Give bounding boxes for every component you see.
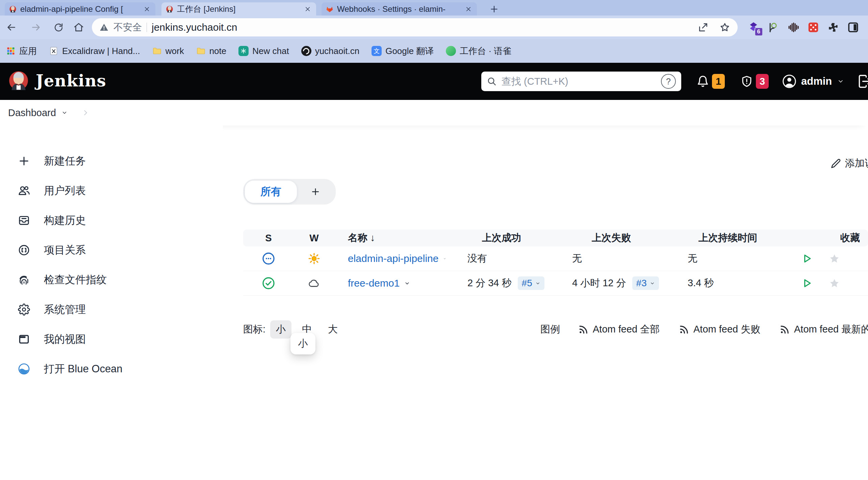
- favorite-star-icon[interactable]: [829, 278, 840, 289]
- bookmark-yuchaoit[interactable]: yuchaoit.cn: [301, 46, 360, 56]
- tab-close-icon[interactable]: [464, 5, 473, 14]
- bookmark-new-chat[interactable]: New chat: [238, 46, 289, 56]
- blue-ocean-icon: [18, 363, 30, 375]
- jenkins-favicon: [165, 5, 174, 13]
- address-bar[interactable]: 不安全 jenkins.yuchaoit.cn: [92, 18, 738, 36]
- notifications-group[interactable]: 1: [696, 63, 725, 100]
- profile-icon[interactable]: [847, 21, 859, 33]
- bookmark-google-translate[interactable]: 文 Google 翻译: [372, 45, 434, 57]
- shield-icon: [740, 75, 753, 88]
- google-translate-icon: 文: [372, 46, 382, 56]
- last-failure-cell: 无: [557, 252, 665, 265]
- job-link-eladmin-api-pipeline[interactable]: eladmin-api-pipeline: [348, 253, 439, 264]
- bookmarks-bar: 应用 Excalidraw | Hand... work note New ch…: [0, 39, 868, 63]
- sidebar-item-blue-ocean[interactable]: 打开 Blue Ocean: [0, 354, 223, 384]
- status-success-icon: [243, 276, 294, 290]
- search-help-button[interactable]: ?: [661, 74, 676, 89]
- col-last-success[interactable]: 上次成功: [446, 231, 557, 245]
- status-in-progress-icon: [243, 252, 294, 265]
- home-button[interactable]: [72, 20, 86, 34]
- add-description-button[interactable]: 添加说明: [831, 157, 868, 170]
- sidebar-item-new-job[interactable]: 新建任务: [0, 146, 223, 176]
- run-build-button[interactable]: [800, 277, 813, 289]
- bookmark-apps[interactable]: 应用: [6, 45, 37, 57]
- jenkins-search-box[interactable]: ?: [481, 72, 681, 91]
- bookmark-star-icon[interactable]: [719, 22, 730, 33]
- new-view-button[interactable]: [297, 183, 334, 201]
- extension-purple-icon[interactable]: 6: [747, 21, 760, 33]
- chevron-down-icon[interactable]: [443, 256, 446, 262]
- icon-size-small-button[interactable]: 小: [270, 320, 291, 339]
- build-number-link[interactable]: #5: [518, 276, 544, 290]
- sidebar-nav: 新建任务 用户列表 构建历史 项目关系 检查文件指纹 系统管理: [0, 126, 223, 384]
- tab-close-icon[interactable]: [303, 5, 312, 14]
- browser-tab-dashboard[interactable]: 工作台 [Jenkins]: [161, 2, 316, 16]
- extension-waveform-icon[interactable]: [787, 21, 799, 33]
- tab-close-icon[interactable]: [143, 5, 151, 14]
- folder-icon: [152, 46, 162, 56]
- atom-feed-all-link[interactable]: Atom feed 全部: [578, 319, 660, 340]
- sidebar-item-build-history[interactable]: 构建历史: [0, 206, 223, 235]
- forward-button[interactable]: [29, 20, 43, 34]
- sidebar-item-fingerprint[interactable]: 检查文件指纹: [0, 265, 223, 295]
- icon-size-large-button[interactable]: 大: [322, 320, 343, 339]
- jenkins-logo[interactable]: Jenkins: [7, 70, 106, 92]
- url-text: jenkins.yuchaoit.cn: [152, 22, 237, 33]
- jobs-table: S W 名称 ↓ 上次成功 上次失败 上次持续时间 收藏 eladmin-api…: [243, 230, 868, 296]
- col-last-failure[interactable]: 上次失败: [557, 231, 665, 245]
- reload-button[interactable]: [51, 20, 66, 34]
- extension-icons-row: 6: [747, 18, 859, 36]
- jenkins-header: Jenkins ? 1 3 admin: [0, 63, 868, 100]
- bookmark-folder-work[interactable]: work: [152, 46, 184, 56]
- gitlab-favicon: [326, 5, 334, 13]
- breadcrumb: Dashboard: [0, 100, 868, 126]
- last-success-time: 2 分 34 秒: [467, 276, 512, 290]
- back-arrow-icon: [6, 22, 17, 33]
- new-tab-button[interactable]: [489, 4, 499, 14]
- plus-icon: [490, 5, 499, 14]
- sidebar-item-user-list[interactable]: 用户列表: [0, 176, 223, 206]
- jenkins-butler-icon: [7, 70, 30, 92]
- extension-person-icon[interactable]: [767, 21, 780, 33]
- breadcrumb-dashboard[interactable]: Dashboard: [8, 107, 56, 118]
- favorite-star-icon[interactable]: [829, 253, 840, 264]
- chevron-down-icon[interactable]: [404, 281, 410, 286]
- col-weather[interactable]: W: [294, 233, 334, 244]
- run-build-button[interactable]: [800, 252, 813, 265]
- chevron-down-icon: [837, 78, 844, 85]
- browser-tab-webhooks[interactable]: Webhooks · Settings · elamin-: [322, 2, 477, 16]
- col-status[interactable]: S: [243, 233, 294, 244]
- tab-title: Webhooks · Settings · elamin-: [337, 4, 461, 14]
- logout-button[interactable]: [857, 63, 868, 100]
- sidebar-item-my-views[interactable]: 我的视图: [0, 324, 223, 354]
- browser-tab-eladmin-config[interactable]: eladmin-api-pipeline Config [: [5, 2, 155, 16]
- security-warnings-group[interactable]: 3: [740, 63, 769, 100]
- bookmark-folder-note[interactable]: note: [196, 46, 227, 56]
- user-menu[interactable]: admin: [782, 63, 844, 100]
- chevron-down-icon[interactable]: [61, 110, 68, 116]
- view-tabs: 所有: [243, 179, 336, 205]
- col-name[interactable]: 名称 ↓: [334, 231, 446, 245]
- atom-feed-latest-link[interactable]: Atom feed 最新的构: [780, 319, 868, 340]
- apps-grid-icon: [6, 46, 16, 56]
- sidebar-item-manage-jenkins[interactable]: 系统管理: [0, 295, 223, 324]
- sidebar-item-project-relationship[interactable]: 项目关系: [0, 235, 223, 265]
- col-last-duration[interactable]: 上次持续时间: [665, 231, 790, 245]
- extensions-puzzle-icon[interactable]: [827, 21, 839, 33]
- bookmark-excalidraw[interactable]: Excalidraw | Hand...: [49, 46, 140, 56]
- legend-link[interactable]: 图例: [540, 319, 560, 340]
- home-icon: [73, 22, 84, 33]
- view-tab-all[interactable]: 所有: [245, 181, 297, 203]
- bookmark-yuque[interactable]: 工作台 · 语雀: [446, 45, 511, 57]
- extension-dice-icon[interactable]: [807, 21, 819, 33]
- build-number-link[interactable]: #3: [632, 276, 659, 290]
- extension-badge: 6: [755, 27, 763, 36]
- job-link-free-demo1[interactable]: free-demo1: [348, 277, 400, 289]
- share-icon[interactable]: [698, 22, 709, 33]
- table-footer-bar: 图标: 小 中 大 图例 Atom feed 全部 Atom feed 失败 A…: [243, 319, 868, 340]
- jobs-table-header: S W 名称 ↓ 上次成功 上次失败 上次持续时间 收藏: [243, 230, 868, 246]
- atom-feed-failures-link[interactable]: Atom feed 失败: [679, 319, 760, 340]
- search-input[interactable]: [501, 76, 657, 87]
- back-button[interactable]: [4, 20, 18, 34]
- users-icon: [18, 184, 30, 197]
